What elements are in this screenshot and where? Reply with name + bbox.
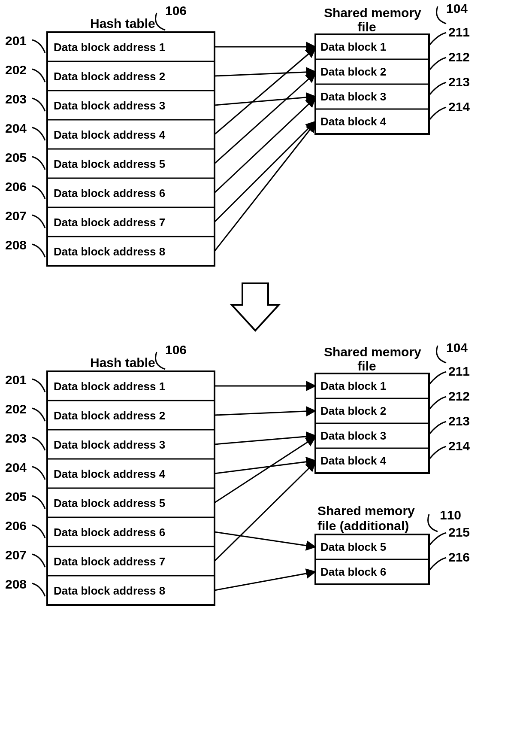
ref-number: 216 bbox=[448, 550, 470, 564]
leader-icon bbox=[429, 58, 446, 70]
svg-line-39 bbox=[215, 532, 315, 547]
ref-label: 201 bbox=[5, 373, 45, 392]
svg-line-16 bbox=[215, 73, 315, 164]
leader-icon bbox=[32, 408, 45, 421]
svg-line-38 bbox=[215, 437, 315, 503]
svg-line-14 bbox=[215, 97, 315, 105]
ref-label: 202 bbox=[5, 63, 45, 82]
ref-number: 208 bbox=[5, 577, 27, 591]
ref-label: 203 bbox=[5, 92, 45, 111]
hash-table-ref: 106 bbox=[165, 3, 187, 18]
hash-row-label: Data block address 2 bbox=[54, 70, 165, 83]
ref-label: 201 bbox=[5, 33, 45, 53]
leader-icon bbox=[429, 107, 446, 120]
leader-icon bbox=[32, 496, 45, 509]
bottom-diagram: Hash table 106 Data block address 1201Da… bbox=[5, 340, 470, 605]
mem-row-label: Data block 1 bbox=[320, 40, 386, 53]
leader-icon bbox=[32, 98, 45, 111]
hash-row-label: Data block address 8 bbox=[54, 584, 165, 597]
ref-number: 202 bbox=[5, 402, 27, 416]
mem-row-label: Data block 1 bbox=[320, 380, 386, 392]
mem-title-line1: Shared memory bbox=[324, 6, 421, 20]
ref-number: 213 bbox=[448, 75, 470, 89]
leader-icon bbox=[32, 467, 45, 480]
hash-row-label: Data block address 3 bbox=[54, 99, 165, 112]
ref-number: 207 bbox=[5, 209, 27, 223]
ref-number: 214 bbox=[448, 439, 470, 453]
leader-icon bbox=[437, 6, 447, 24]
svg-line-15 bbox=[215, 48, 315, 134]
ref-label: 208 bbox=[5, 238, 45, 257]
ref-number: 204 bbox=[5, 460, 27, 474]
mem-row-label: Data block 5 bbox=[320, 540, 386, 553]
ref-label: 207 bbox=[5, 209, 45, 228]
ref-number: 208 bbox=[5, 238, 27, 252]
ref-number: 214 bbox=[448, 100, 470, 114]
hash-table-title: Hash table bbox=[90, 355, 155, 370]
leader-icon bbox=[32, 525, 45, 538]
shared-memory-file-additional: Data block 5215Data block 6216 bbox=[315, 525, 470, 584]
diagram-canvas: Hash table 106 Data block address 1201Da… bbox=[0, 0, 532, 756]
ref-number: 215 bbox=[448, 525, 470, 539]
hash-table-title: Hash table bbox=[90, 16, 155, 30]
hash-row-label: Data block address 6 bbox=[54, 187, 165, 200]
svg-line-18 bbox=[215, 121, 315, 222]
leader-icon bbox=[32, 583, 45, 596]
mem-row-label: Data block 4 bbox=[320, 115, 387, 128]
ref-number: 203 bbox=[5, 92, 27, 106]
leader-icon bbox=[429, 446, 446, 459]
svg-line-13 bbox=[215, 72, 315, 76]
ref-number: 206 bbox=[5, 179, 27, 194]
mem-row-label: Data block 2 bbox=[320, 404, 386, 417]
ref-number: 212 bbox=[448, 50, 470, 64]
ref-number: 203 bbox=[5, 431, 27, 445]
ref-number: 211 bbox=[448, 25, 470, 39]
leader-icon bbox=[429, 422, 446, 434]
leader-icon bbox=[156, 13, 166, 30]
mem-title-line2: file bbox=[357, 359, 376, 373]
svg-line-40 bbox=[215, 462, 315, 561]
ref-number: 201 bbox=[5, 33, 27, 48]
leader-icon bbox=[32, 69, 45, 82]
hash-table: Data block address 1201Data block addres… bbox=[5, 32, 215, 266]
mem-title-line2: file bbox=[357, 20, 376, 34]
svg-line-37 bbox=[215, 461, 315, 474]
svg-line-17 bbox=[215, 98, 315, 193]
hash-row-label: Data block address 8 bbox=[54, 245, 165, 258]
ref-number: 211 bbox=[448, 364, 470, 378]
ref-number: 204 bbox=[5, 121, 27, 135]
arrows bbox=[215, 47, 315, 251]
leader-icon bbox=[156, 352, 166, 369]
leader-icon bbox=[429, 533, 446, 546]
mem-title-line1: Shared memory bbox=[324, 345, 421, 359]
ref-label: 208 bbox=[5, 577, 45, 596]
mem-row-label: Data block 2 bbox=[320, 65, 386, 78]
top-diagram: Hash table 106 Data block address 1201Da… bbox=[5, 1, 470, 266]
hash-row-label: Data block address 7 bbox=[54, 216, 165, 229]
hash-row-label: Data block address 3 bbox=[54, 438, 165, 451]
leader-icon bbox=[32, 379, 45, 392]
leader-icon bbox=[32, 40, 45, 53]
svg-line-19 bbox=[215, 123, 315, 251]
hash-row-label: Data block address 2 bbox=[54, 409, 165, 422]
mem-row-label: Data block 3 bbox=[320, 429, 386, 442]
hash-row-label: Data block address 6 bbox=[54, 526, 165, 539]
ref-number: 212 bbox=[448, 389, 470, 403]
mem-row-label: Data block 3 bbox=[320, 90, 386, 103]
ref-label: 206 bbox=[5, 519, 45, 538]
ref-number: 205 bbox=[5, 150, 27, 164]
ref-number: 202 bbox=[5, 63, 27, 77]
ref-number: 206 bbox=[5, 519, 27, 533]
hash-row-label: Data block address 1 bbox=[54, 41, 165, 54]
down-arrow-icon bbox=[232, 283, 279, 331]
mem-row-label: Data block 4 bbox=[320, 454, 387, 467]
mem-ref: 104 bbox=[446, 1, 468, 15]
hash-row-label: Data block address 4 bbox=[54, 468, 166, 480]
ref-label: 206 bbox=[5, 179, 45, 199]
leader-icon bbox=[429, 397, 446, 410]
shared-memory-file: Data block 1211Data block 2212Data block… bbox=[315, 364, 470, 473]
leader-icon bbox=[428, 514, 438, 531]
ref-label: 207 bbox=[5, 548, 45, 567]
mem2-title-line1: Shared memory bbox=[317, 504, 415, 518]
arrows bbox=[215, 386, 315, 590]
